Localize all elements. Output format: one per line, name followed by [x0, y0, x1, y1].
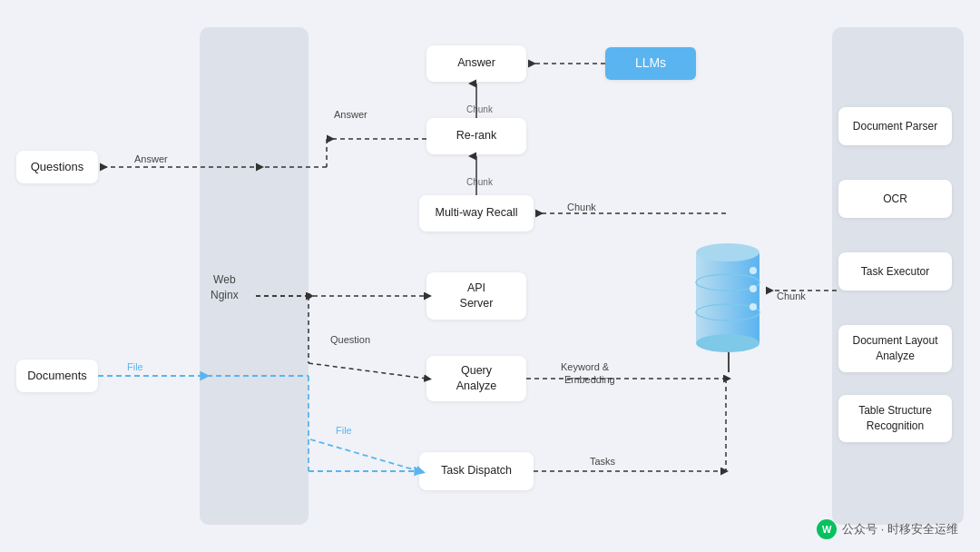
svg-line-6: [309, 363, 426, 379]
web-nginx-label: WebNginx: [211, 272, 239, 303]
ocr-box: OCR: [838, 180, 952, 218]
answer-label-mid: Answer: [334, 109, 368, 120]
svg-point-30: [750, 285, 757, 292]
watermark: W 公众号 · 时移安全运维: [817, 519, 958, 539]
diagram-container: Questions Documents Answer Re-rank Multi…: [0, 0, 980, 552]
svg-point-31: [750, 303, 757, 310]
tasks-label: Tasks: [590, 456, 616, 467]
table-struct-box: Table Structure Recognition: [838, 395, 952, 442]
file-docs-label: File: [127, 361, 143, 372]
answer-box: Answer: [426, 45, 526, 82]
chunk-label-right: Chunk: [567, 202, 596, 212]
llms-box: LLMs: [605, 47, 696, 80]
database-cylinder: [691, 234, 764, 361]
keyword-embedding-label2: Embedding: [564, 374, 615, 385]
svg-point-29: [750, 267, 757, 274]
documents-box: Documents: [16, 360, 98, 392]
question-label: Question: [330, 334, 370, 345]
keyword-embedding-label: Keyword &: [561, 361, 610, 372]
multiway-box: Multi-way Recall: [419, 195, 534, 232]
file-task-label: File: [336, 425, 352, 436]
document-parser-box: Document Parser: [838, 107, 952, 145]
svg-line-18: [310, 439, 419, 471]
task-dispatch-box: Task Dispatch: [419, 452, 534, 490]
api-server-box: API Server: [426, 272, 526, 320]
wechat-icon: W: [817, 519, 837, 539]
chunk-label-2: Chunk: [466, 177, 494, 187]
chunk-db-label: Chunk: [777, 291, 806, 301]
svg-rect-24: [696, 252, 760, 343]
svg-point-28: [696, 334, 760, 352]
chunk-label-1: Chunk: [466, 104, 494, 114]
query-analyze-box: Query Analyze: [426, 356, 526, 401]
answer-label-left: Answer: [134, 153, 168, 164]
task-executor-box: Task Executor: [838, 252, 952, 291]
svg-point-25: [696, 243, 760, 261]
questions-box: Questions: [16, 151, 98, 183]
rerank-box: Re-rank: [426, 118, 526, 154]
doc-layout-box: Document Layout Analyze: [838, 325, 952, 372]
